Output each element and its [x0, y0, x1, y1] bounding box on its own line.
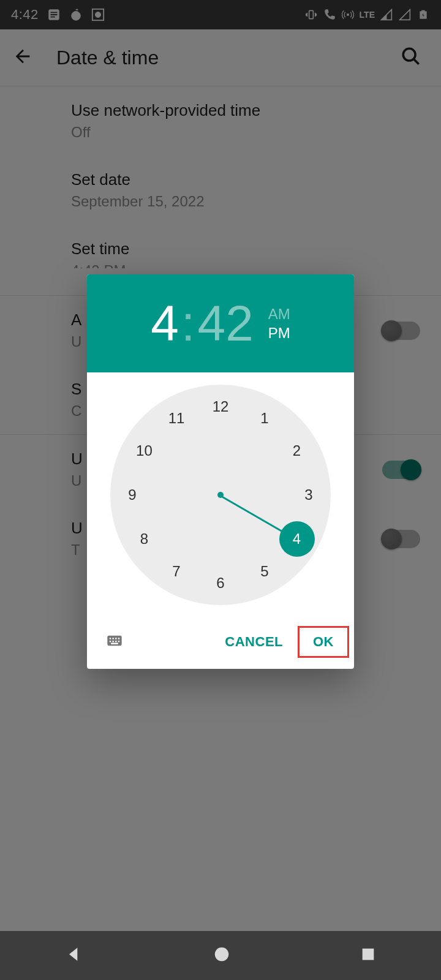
- minute-value[interactable]: 42: [198, 298, 254, 349]
- clock-num-2[interactable]: 2: [285, 439, 309, 463]
- back-nav-icon[interactable]: [64, 944, 84, 967]
- selected-hour-indicator[interactable]: 4: [279, 521, 315, 557]
- dialog-actions: CANCEL OK: [87, 624, 354, 669]
- clock-num-6[interactable]: 6: [208, 571, 233, 595]
- svg-point-19: [215, 948, 229, 962]
- clock-num-5[interactable]: 5: [252, 559, 277, 584]
- clock-face[interactable]: 4 12 1 2 3 5 6 7 8 9 10 11: [110, 385, 331, 605]
- cancel-button[interactable]: CANCEL: [214, 628, 294, 656]
- time-colon: :: [181, 298, 195, 349]
- clock-num-11[interactable]: 11: [164, 406, 189, 431]
- keyboard-input-icon[interactable]: [99, 627, 130, 657]
- time-picker-dialog: 4 : 42 AM PM 4 12 1 2 3 5 6 7 8 9 10 11: [87, 274, 354, 669]
- svg-rect-12: [115, 638, 116, 639]
- clock-num-9[interactable]: 9: [120, 483, 145, 507]
- ampm-selector: AM PM: [268, 304, 290, 342]
- ok-button[interactable]: OK: [298, 626, 349, 658]
- clock-num-7[interactable]: 7: [164, 559, 189, 584]
- clock-center-dot: [217, 492, 224, 498]
- clock-num-10[interactable]: 10: [132, 439, 156, 463]
- hour-value[interactable]: 4: [151, 298, 179, 349]
- svg-rect-16: [115, 641, 116, 642]
- time-header: 4 : 42 AM PM: [87, 274, 354, 372]
- svg-rect-14: [110, 641, 111, 642]
- svg-rect-17: [118, 641, 119, 642]
- home-nav-icon[interactable]: [213, 945, 231, 966]
- time-display: 4 : 42: [151, 298, 254, 349]
- svg-rect-10: [110, 638, 111, 639]
- am-option[interactable]: AM: [268, 304, 290, 323]
- svg-rect-18: [111, 643, 118, 644]
- clock-num-3[interactable]: 3: [296, 483, 321, 507]
- clock-num-1[interactable]: 1: [252, 406, 277, 431]
- navigation-bar: [0, 931, 441, 980]
- selected-hour-label: 4: [293, 530, 301, 548]
- svg-rect-15: [113, 641, 114, 642]
- clock-num-8[interactable]: 8: [132, 527, 156, 551]
- svg-rect-20: [363, 949, 374, 960]
- svg-rect-13: [118, 638, 119, 639]
- clock-num-12[interactable]: 12: [208, 394, 233, 419]
- clock-wrap: 4 12 1 2 3 5 6 7 8 9 10 11: [87, 372, 354, 624]
- recent-nav-icon[interactable]: [360, 946, 377, 965]
- svg-rect-11: [113, 638, 114, 639]
- pm-option[interactable]: PM: [268, 323, 290, 342]
